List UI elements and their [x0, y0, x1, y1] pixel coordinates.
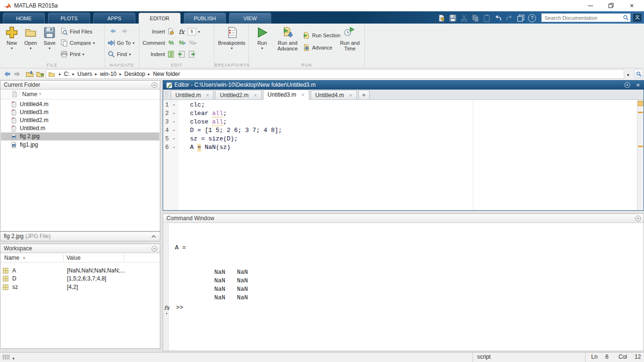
breadcrumb-segment-folder[interactable]: New folder [153, 71, 180, 77]
collapse-details-icon[interactable] [151, 235, 156, 238]
window-title: MATLAB R2015a [14, 0, 58, 11]
up-one-level-icon[interactable] [25, 70, 34, 78]
new-tab-button[interactable]: + [358, 90, 370, 99]
editor-menu-icon[interactable] [624, 82, 630, 88]
file-row[interactable]: Untitled.m [1, 124, 159, 132]
breadcrumb-dropdown-icon[interactable]: ▾ [627, 73, 629, 77]
open-button[interactable]: Open▾ [22, 26, 40, 50]
workspace-menu-icon[interactable] [151, 246, 157, 252]
current-folder-column-header[interactable]: Name ▾ [0, 90, 160, 99]
close-tab-icon[interactable]: × [349, 92, 352, 98]
breakpoints-button[interactable]: Breakpoints▾ [216, 26, 247, 50]
file-row-selected[interactable]: fig 2.jpg [1, 132, 159, 140]
back-icon[interactable] [108, 28, 117, 34]
insert-function-icon[interactable]: fx [177, 28, 186, 35]
cut-icon[interactable] [460, 14, 468, 22]
file-row[interactable]: Untitled2.m [1, 116, 159, 124]
save-button[interactable]: Save▾ [41, 26, 58, 50]
insert-section-icon[interactable] [167, 28, 175, 35]
help-icon[interactable]: ? [528, 14, 536, 22]
file-row[interactable]: Untitled3.m [1, 108, 159, 116]
warning-marker[interactable] [638, 146, 643, 147]
tab-plots[interactable]: PLOTS [48, 13, 90, 24]
tab-home[interactable]: HOME [3, 13, 45, 24]
command-window-panel: Command Window A = NaNNaN NaNNaN NaNNaN … [163, 214, 644, 351]
compare-button[interactable]: Compare▾ [60, 39, 95, 47]
save-icon[interactable] [449, 14, 457, 22]
breakpoints-icon [226, 26, 238, 39]
comment-icon[interactable]: % [167, 39, 175, 47]
new-icon [6, 26, 18, 39]
advance-icon [303, 44, 310, 51]
breadcrumb-segment-desktop[interactable]: Desktop [124, 71, 145, 77]
tab-bar-grip[interactable] [165, 91, 168, 99]
ribbon-section-breakpoints: Breakpoints▾ BREAKPOINTS [215, 24, 249, 68]
close-button[interactable]: × [621, 0, 642, 11]
command-window-menu-icon[interactable] [635, 215, 641, 222]
switch-window-icon[interactable] [517, 14, 525, 22]
find-button[interactable]: Find▾ [107, 50, 131, 58]
undo-icon[interactable] [494, 14, 502, 22]
close-tab-icon[interactable]: × [206, 92, 209, 98]
nav-back-icon[interactable] [3, 70, 11, 78]
new-button[interactable]: New▾ [3, 26, 21, 50]
panel-toggle-icon[interactable]: ▲ [3, 354, 15, 360]
command-prompt[interactable]: >> [176, 304, 183, 312]
workspace-row[interactable]: A [NaN,NaN;NaN,NaN;... [1, 267, 159, 275]
current-folder-menu-icon[interactable] [151, 82, 157, 88]
address-search-button[interactable] [634, 69, 643, 78]
tab-apps[interactable]: APPS [93, 13, 135, 24]
run-and-advance-button[interactable]: Run and Advance [273, 26, 302, 51]
tab-editor[interactable]: EDITOR [139, 13, 181, 24]
fx-prompt-icon[interactable]: fx▾ [164, 304, 169, 312]
doc-tab-untitled2[interactable]: Untitled2.m× [215, 90, 261, 99]
search-icon[interactable] [623, 15, 629, 21]
copy-icon[interactable] [471, 14, 479, 22]
browse-folder-icon[interactable] [36, 70, 44, 78]
close-tab-icon[interactable]: × [301, 92, 304, 98]
warning-marker[interactable] [638, 112, 643, 113]
nav-forward-icon[interactable] [13, 70, 22, 78]
editor-close-icon[interactable]: × [636, 81, 640, 90]
forward-icon[interactable] [121, 28, 129, 34]
tab-view[interactable]: VIEW [229, 13, 271, 24]
search-documentation-input[interactable] [545, 15, 623, 21]
workspace-column-header[interactable]: Name ▲ Value [0, 253, 160, 263]
minimize-ribbon-button[interactable] [633, 13, 642, 22]
find-files-button[interactable]: Find Files [60, 27, 92, 36]
paste-icon[interactable] [483, 14, 491, 22]
file-warning-indicator[interactable] [638, 101, 643, 106]
indent-left-icon[interactable] [188, 50, 196, 58]
uncomment-icon[interactable]: %× [177, 39, 186, 47]
breadcrumb-segment-drive[interactable]: C: [64, 71, 70, 77]
wrap-comments-icon[interactable]: %↵ [188, 39, 196, 47]
doc-tab-untitled3[interactable]: Untitled3.m× [263, 90, 309, 100]
restore-button[interactable] [601, 0, 621, 11]
breadcrumb-segment-user[interactable]: win-10 [100, 71, 116, 77]
insert-file-icon[interactable]: fi [188, 28, 196, 35]
run-and-time-button[interactable]: Run and Time [338, 26, 362, 51]
file-type-column-icon [12, 91, 17, 98]
run-button[interactable]: Run▾ [253, 26, 272, 50]
advance-button[interactable]: Advance [303, 43, 332, 52]
doc-tab-untitled[interactable]: Untitled.m× [171, 90, 214, 99]
command-window-output[interactable]: A = NaNNaN NaNNaN NaNNaN NaNNaN fx▾ >> [163, 223, 644, 351]
file-row[interactable]: Untitled4.m [1, 100, 159, 108]
doc-tab-untitled4[interactable]: Untitled4.m× [311, 90, 357, 99]
smart-indent-icon[interactable] [167, 50, 175, 58]
new-script-icon[interactable] [438, 14, 446, 22]
workspace-row[interactable]: D [1,5;2,6;3,7;4,8] [1, 275, 159, 283]
print-button[interactable]: Print▾ [60, 50, 84, 58]
minimize-button[interactable] [580, 0, 601, 11]
breadcrumb-segment-users[interactable]: Users [77, 71, 92, 77]
indent-right-icon[interactable] [177, 50, 186, 58]
tab-publish[interactable]: PUBLISH [184, 13, 226, 24]
go-to-button[interactable]: Go To▾ [107, 39, 134, 47]
file-row[interactable]: fig1.jpg [1, 141, 159, 149]
workspace-row[interactable]: sz [4,2] [1, 283, 159, 291]
run-section-button[interactable]: Run Section [303, 31, 340, 40]
code-editor[interactable]: 1- clc; 2- clear all; 3- close all; 4- D… [163, 100, 644, 210]
close-tab-icon[interactable]: × [254, 92, 256, 98]
redo-icon[interactable] [505, 14, 513, 22]
run-section-icon [303, 32, 310, 39]
